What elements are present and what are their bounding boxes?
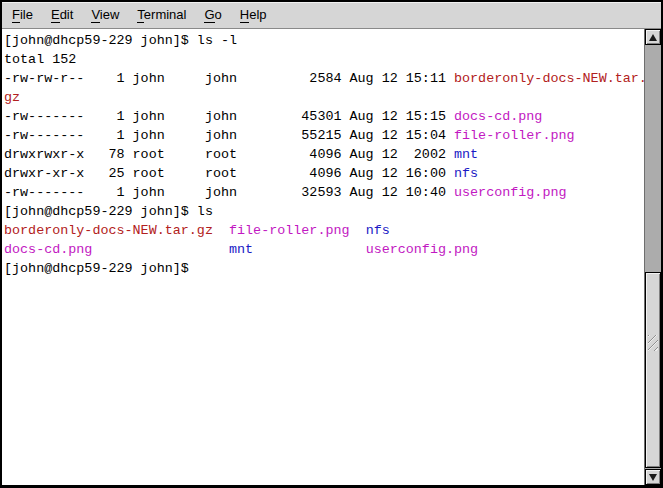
menu-mnemonic: G (204, 7, 214, 23)
filename-magenta: userconfig.png (366, 242, 479, 257)
filename-magenta: file-roller.png (454, 128, 575, 143)
terminal-text: [john@dhcp59-229 john]$ ls -l (4, 33, 237, 48)
terminal-line: total 152 (4, 50, 644, 69)
menu-mnemonic: T (137, 7, 144, 23)
menu-item-terminal[interactable]: Terminal (128, 3, 195, 27)
filename-blue: mnt (229, 242, 253, 257)
terminal-line: [john@dhcp59-229 john]$ ls -l (4, 31, 644, 50)
terminal-line: -rw------- 1 john john 45301 Aug 12 15:1… (4, 107, 644, 126)
menu-item-view[interactable]: View (82, 3, 128, 27)
scrollbar-track[interactable] (645, 45, 661, 469)
scrollbar-down-button[interactable] (645, 469, 661, 485)
filename-magenta: docs-cd.png (454, 109, 542, 124)
menu-item-help[interactable]: Help (231, 3, 276, 27)
terminal-line: docs-cd.png mnt userconfig.png (4, 240, 644, 259)
filename-red: borderonly-docs-NEW.tar. (454, 71, 644, 86)
terminal-text: [john@dhcp59-229 john]$ (4, 261, 197, 276)
filename-red: gz (4, 90, 20, 105)
terminal-line: [john@dhcp59-229 john]$ ls (4, 202, 644, 221)
filename-magenta: file-roller.png (229, 223, 350, 238)
terminal-text (92, 242, 229, 257)
menu-mnemonic: F (12, 7, 20, 23)
terminal-line: -rw------- 1 john john 55215 Aug 12 15:0… (4, 126, 644, 145)
terminal-line: -rw------- 1 john john 32593 Aug 12 10:4… (4, 183, 644, 202)
scrollbar-thumb[interactable] (645, 272, 661, 468)
filename-red: borderonly-docs-NEW.tar.gz (4, 223, 213, 238)
terminal-line: drwxr-xr-x 25 root root 4096 Aug 12 16:0… (4, 164, 644, 183)
terminal-text (213, 223, 229, 238)
window-content: [john@dhcp59-229 john]$ ls -ltotal 152-r… (2, 29, 661, 485)
menu-bar: FileEditViewTerminalGoHelp (2, 2, 661, 29)
menu-mnemonic: H (240, 7, 249, 23)
menu-item-go[interactable]: Go (195, 3, 230, 27)
terminal-text: -rw-rw-r-- 1 john john 2584 Aug 12 15:11 (4, 71, 454, 86)
terminal-text: total 152 (4, 52, 76, 67)
menu-mnemonic: E (51, 7, 60, 23)
filename-blue: nfs (454, 166, 478, 181)
filename-magenta: userconfig.png (454, 185, 567, 200)
terminal-text: -rw------- 1 john john 45301 Aug 12 15:1… (4, 109, 454, 124)
filename-blue: mnt (454, 147, 478, 162)
terminal-window: FileEditViewTerminalGoHelp [john@dhcp59-… (0, 0, 663, 488)
down-arrow-icon (649, 474, 657, 481)
terminal-viewport[interactable]: [john@dhcp59-229 john]$ ls -ltotal 152-r… (2, 29, 644, 485)
scrollbar-up-button[interactable] (645, 29, 661, 45)
terminal-line: drwxrwxr-x 78 root root 4096 Aug 12 2002… (4, 145, 644, 164)
terminal-text: drwxrwxr-x 78 root root 4096 Aug 12 2002 (4, 147, 454, 162)
terminal-text: drwxr-xr-x 25 root root 4096 Aug 12 16:0… (4, 166, 454, 181)
menu-item-file[interactable]: File (3, 3, 42, 27)
menu-mnemonic: V (91, 7, 99, 23)
terminal-text (253, 242, 366, 257)
terminal-line: gz (4, 88, 644, 107)
terminal-line: borderonly-docs-NEW.tar.gz file-roller.p… (4, 221, 644, 240)
filename-blue: nfs (366, 223, 390, 238)
scrollbar-grip-icon (648, 335, 658, 351)
filename-magenta: docs-cd.png (4, 242, 92, 257)
vertical-scrollbar[interactable] (644, 29, 661, 485)
terminal-text: -rw------- 1 john john 32593 Aug 12 10:4… (4, 185, 454, 200)
menu-item-edit[interactable]: Edit (42, 3, 82, 27)
terminal-text: [john@dhcp59-229 john]$ ls (4, 204, 213, 219)
terminal-line: -rw-rw-r-- 1 john john 2584 Aug 12 15:11… (4, 69, 644, 88)
terminal-text: -rw------- 1 john john 55215 Aug 12 15:0… (4, 128, 454, 143)
up-arrow-icon (649, 34, 657, 41)
terminal-output: [john@dhcp59-229 john]$ ls -ltotal 152-r… (2, 29, 644, 278)
terminal-line: [john@dhcp59-229 john]$ (4, 259, 644, 278)
terminal-text (350, 223, 366, 238)
